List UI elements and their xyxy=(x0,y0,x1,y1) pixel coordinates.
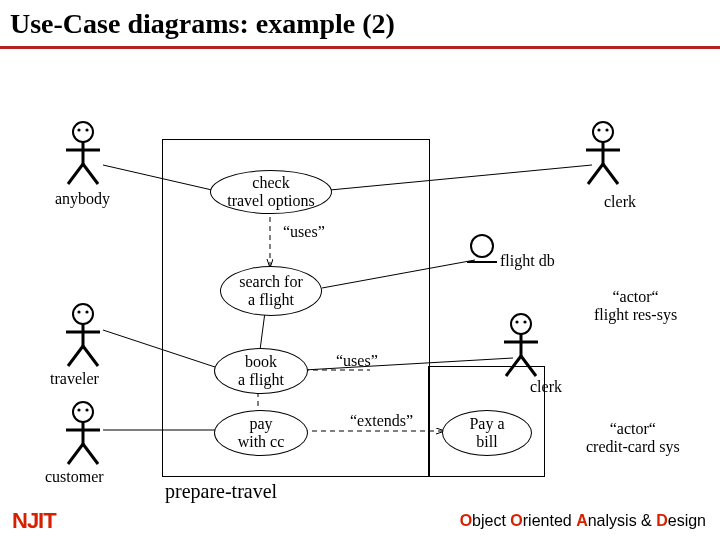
footer-course: Object Oriented Analysis & Design xyxy=(460,512,706,530)
system-label: prepare-travel xyxy=(165,480,277,503)
svg-point-43 xyxy=(85,408,88,411)
actor-traveler-label: traveler xyxy=(50,370,99,388)
svg-point-34 xyxy=(511,314,531,334)
actor-customer-icon xyxy=(60,400,106,468)
usecase-check-l2: travel options xyxy=(227,192,315,210)
usecase-search-l2: a flight xyxy=(248,291,294,309)
footer-t3: nalysis & xyxy=(588,512,656,529)
actor-customer-label: customer xyxy=(45,468,104,486)
note-actor-cc-l2: credit-card sys xyxy=(586,438,680,455)
usecase-book-l2: a flight xyxy=(238,371,284,389)
svg-point-41 xyxy=(73,402,93,422)
actor-anybody-label: anybody xyxy=(55,190,110,208)
actor-traveler-icon xyxy=(60,302,106,370)
svg-line-39 xyxy=(506,356,521,376)
page-title: Use-Case diagrams: example (2) xyxy=(10,8,395,40)
footer-t1: bject xyxy=(472,512,510,529)
svg-point-13 xyxy=(85,128,88,131)
usecase-check-l1: check xyxy=(252,174,289,192)
actor-flightdb-icon xyxy=(465,232,499,266)
note-actor-cc: “actor“ credit-card sys xyxy=(586,420,680,457)
actor-clerk2-icon xyxy=(498,312,544,380)
note-actor-cc-l1: “actor“ xyxy=(610,420,656,437)
svg-line-33 xyxy=(83,346,98,366)
footer-d: D xyxy=(656,512,668,529)
svg-point-27 xyxy=(73,304,93,324)
svg-point-18 xyxy=(593,122,613,142)
note-actor-flight: “actor“ flight res-sys xyxy=(594,288,677,325)
svg-point-25 xyxy=(471,235,493,257)
svg-point-20 xyxy=(605,128,608,131)
actor-anybody-icon xyxy=(60,120,106,188)
note-actor-flight-l1: “actor“ xyxy=(612,288,658,305)
svg-line-24 xyxy=(603,164,618,184)
svg-line-46 xyxy=(68,444,83,464)
svg-line-32 xyxy=(68,346,83,366)
svg-point-42 xyxy=(77,408,80,411)
actor-clerk1-label: clerk xyxy=(604,193,636,211)
svg-point-28 xyxy=(77,310,80,313)
footer-t4: esign xyxy=(668,512,706,529)
logo-njit: NJIT xyxy=(12,508,56,534)
usecase-search-flight: search for a flight xyxy=(220,266,322,316)
svg-point-29 xyxy=(85,310,88,313)
usecase-bill-l1: Pay a xyxy=(469,415,504,433)
usecase-bill-l2: bill xyxy=(476,433,497,451)
footer-t2: riented xyxy=(523,512,576,529)
footer-o1: O xyxy=(460,512,472,529)
usecase-search-l1: search for xyxy=(239,273,303,291)
usecase-pay-l1: pay xyxy=(249,415,272,433)
title-underline xyxy=(0,46,720,49)
svg-line-16 xyxy=(68,164,83,184)
usecase-book-flight: book a flight xyxy=(214,348,308,394)
usecase-check-travel-options: check travel options xyxy=(210,170,332,214)
actor-flightdb-label: flight db xyxy=(500,252,555,270)
uses-label-2: “uses” xyxy=(336,352,378,370)
usecase-pay-cc: pay with cc xyxy=(214,410,308,456)
uses-label-1: “uses” xyxy=(283,223,325,241)
svg-line-40 xyxy=(521,356,536,376)
actor-clerk1-icon xyxy=(580,120,626,188)
usecase-book-l1: book xyxy=(245,353,277,371)
usecase-pay-l2: with cc xyxy=(238,433,285,451)
svg-point-36 xyxy=(523,320,526,323)
svg-point-19 xyxy=(597,128,600,131)
footer-a: A xyxy=(576,512,588,529)
svg-line-47 xyxy=(83,444,98,464)
usecase-pay-bill: Pay a bill xyxy=(442,410,532,456)
footer-o2: O xyxy=(510,512,522,529)
svg-line-23 xyxy=(588,164,603,184)
svg-point-11 xyxy=(73,122,93,142)
extends-label: “extends” xyxy=(350,412,413,430)
svg-point-12 xyxy=(77,128,80,131)
note-actor-flight-l2: flight res-sys xyxy=(594,306,677,323)
actor-clerk2-label: clerk xyxy=(530,378,562,396)
svg-line-17 xyxy=(83,164,98,184)
svg-point-35 xyxy=(515,320,518,323)
